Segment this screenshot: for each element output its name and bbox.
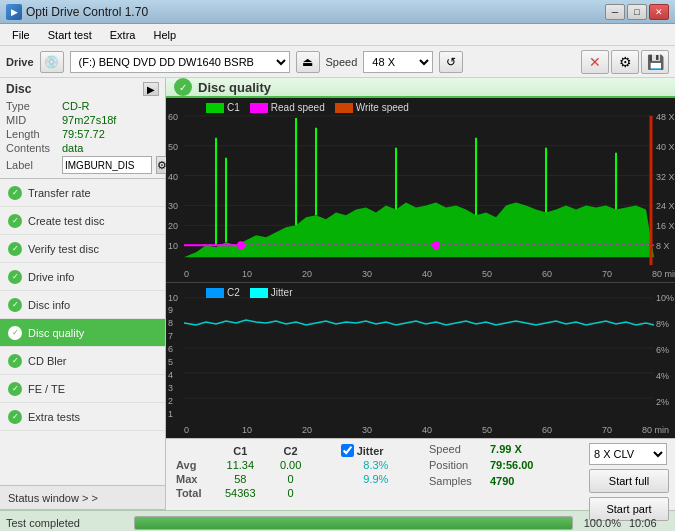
menu-start-test[interactable]: Start test	[40, 27, 100, 43]
nav-label-create-test-disc: Create test disc	[28, 215, 104, 227]
titlebar-left: ▶ Opti Drive Control 1.70	[6, 4, 148, 20]
svg-text:8%: 8%	[656, 319, 669, 329]
action-buttons: 8 X CLV Start full Start part	[589, 443, 669, 521]
nav-item-extra-tests[interactable]: ✓ Extra tests	[0, 403, 165, 431]
erase-button[interactable]: ✕	[581, 50, 609, 74]
svg-text:10: 10	[168, 293, 178, 303]
drivebar: Drive 💿 (F:) BENQ DVD DD DW1640 BSRB ⏏ S…	[0, 46, 675, 78]
samples-label: Samples	[429, 475, 484, 487]
drive-select[interactable]: (F:) BENQ DVD DD DW1640 BSRB	[70, 51, 290, 73]
svg-text:70: 70	[602, 425, 612, 435]
table-row: Max 58 0 9.9%	[172, 472, 419, 486]
svg-text:80 min: 80 min	[652, 269, 675, 279]
start-full-button[interactable]: Start full	[589, 469, 669, 493]
svg-text:70: 70	[602, 269, 612, 279]
nav-item-verify-test-disc[interactable]: ✓ Verify test disc	[0, 235, 165, 263]
svg-text:20: 20	[168, 221, 178, 231]
chart1-c1: C1 Read speed Write speed 60	[166, 98, 675, 283]
nav-icon-drive-info: ✓	[8, 270, 22, 284]
max-c1: 58	[212, 472, 269, 486]
menu-extra[interactable]: Extra	[102, 27, 144, 43]
svg-text:10: 10	[168, 241, 178, 251]
menu-help[interactable]: Help	[145, 27, 184, 43]
svg-text:40: 40	[422, 269, 432, 279]
eject-button[interactable]: ⏏	[296, 51, 320, 73]
app-title: Opti Drive Control 1.70	[26, 5, 148, 19]
close-button[interactable]: ✕	[649, 4, 669, 20]
disc-mid-row: MID 97m27s18f	[6, 114, 159, 126]
nav-item-fe-te[interactable]: ✓ FE / TE	[0, 375, 165, 403]
svg-text:24 X: 24 X	[656, 201, 675, 211]
svg-text:16 X: 16 X	[656, 221, 675, 231]
disc-mid-label: MID	[6, 114, 58, 126]
nav-item-cd-bler[interactable]: ✓ CD Bler	[0, 347, 165, 375]
chart2-svg: 10 9 8 7 6 5 4 3 2 1 10% 8% 6% 4% 2%	[166, 283, 675, 438]
total-jitter	[333, 486, 419, 500]
svg-text:6%: 6%	[656, 345, 669, 355]
disc-mid-value: 97m27s18f	[62, 114, 116, 126]
svg-text:7: 7	[168, 331, 173, 341]
legend-jitter-color	[250, 288, 268, 298]
status-window-button[interactable]: Status window > >	[0, 486, 165, 510]
speed-clv-select[interactable]: 8 X CLV	[589, 443, 667, 465]
position-value: 79:56.00	[490, 459, 533, 471]
elapsed-time: 10:06	[629, 517, 669, 529]
legend-write-label: Write speed	[356, 102, 409, 113]
jitter-checkbox[interactable]	[341, 444, 354, 457]
svg-text:1: 1	[168, 409, 173, 419]
svg-text:10: 10	[242, 269, 252, 279]
status-text: Test completed	[6, 517, 126, 529]
svg-text:48 X: 48 X	[656, 112, 675, 122]
legend-read-label: Read speed	[271, 102, 325, 113]
svg-text:6: 6	[168, 344, 173, 354]
speed-label2: Speed	[429, 443, 484, 455]
refresh-button[interactable]: ↺	[439, 51, 463, 73]
speed-value: 7.99 X	[490, 443, 522, 455]
nav-label-drive-info: Drive info	[28, 271, 74, 283]
avg-c1: 11.34	[212, 458, 269, 472]
col-c2: C2	[269, 443, 313, 458]
nav-item-disc-quality[interactable]: ✓ Disc quality	[0, 319, 165, 347]
maximize-button[interactable]: □	[627, 4, 647, 20]
nav-icon-verify-test-disc: ✓	[8, 242, 22, 256]
svg-text:3: 3	[168, 383, 173, 393]
svg-text:4: 4	[168, 370, 173, 380]
nav-item-drive-info[interactable]: ✓ Drive info	[0, 263, 165, 291]
legend-read-color	[250, 103, 268, 113]
svg-text:0: 0	[184, 425, 189, 435]
main-layout: Disc ▶ Type CD-R MID 97m27s18f Length 79…	[0, 78, 675, 510]
disc-length-value: 79:57.72	[62, 128, 105, 140]
disc-label-label: Label	[6, 159, 58, 171]
disc-label-input[interactable]	[62, 156, 152, 174]
nav-item-disc-info[interactable]: ✓ Disc info	[0, 291, 165, 319]
svg-text:2%: 2%	[656, 397, 669, 407]
quality-icon: ✓	[174, 78, 192, 96]
svg-text:8 X: 8 X	[656, 241, 670, 251]
menu-file[interactable]: File	[4, 27, 38, 43]
disc-title: Disc	[6, 82, 31, 96]
speed-select[interactable]: 48 X	[363, 51, 433, 73]
legend-c1: C1	[206, 102, 240, 113]
svg-text:30: 30	[362, 425, 372, 435]
disc-arrow-button[interactable]: ▶	[143, 82, 159, 96]
progress-bar-fill	[135, 517, 572, 529]
avg-c2: 0.00	[269, 458, 313, 472]
avg-jitter: 8.3%	[333, 458, 419, 472]
save-button[interactable]: 💾	[641, 50, 669, 74]
legend-c2-label: C2	[227, 287, 240, 298]
table-row: Avg 11.34 0.00 8.3%	[172, 458, 419, 472]
nav-label-verify-test-disc: Verify test disc	[28, 243, 99, 255]
minimize-button[interactable]: ─	[605, 4, 625, 20]
nav-item-create-test-disc[interactable]: ✓ Create test disc	[0, 207, 165, 235]
disc-type-value: CD-R	[62, 100, 90, 112]
svg-text:50: 50	[482, 269, 492, 279]
settings-button[interactable]: ⚙	[611, 50, 639, 74]
disc-contents-row: Contents data	[6, 142, 159, 154]
nav-item-transfer-rate[interactable]: ✓ Transfer rate	[0, 179, 165, 207]
svg-text:30: 30	[168, 201, 178, 211]
quality-title: Disc quality	[198, 80, 271, 95]
chart2-legend: C2 Jitter	[206, 287, 292, 298]
disc-type-label: Type	[6, 100, 58, 112]
nav-items: ✓ Transfer rate ✓ Create test disc ✓ Ver…	[0, 179, 165, 485]
speed-position-area: Speed 7.99 X Position 79:56.00 Samples 4…	[429, 443, 579, 487]
